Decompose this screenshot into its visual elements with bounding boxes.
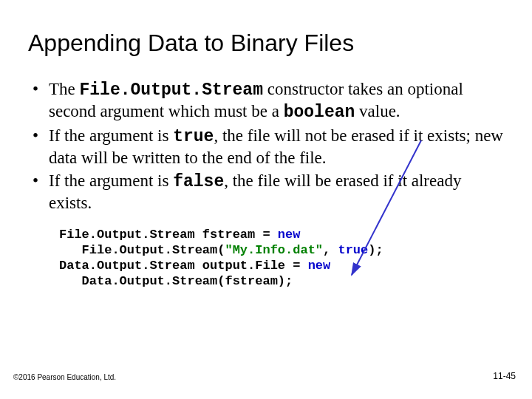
code-text: );	[368, 243, 383, 257]
code-inline: true	[173, 127, 214, 146]
text: The	[49, 80, 80, 98]
copyright: ©2016 Pearson Education, Ltd.	[13, 373, 116, 381]
code-text: File.Output.Stream(	[59, 243, 225, 257]
list-item: The File.Output.Stream constructor takes…	[28, 79, 504, 123]
page-title: Appending Data to Binary Files	[28, 30, 504, 57]
code-string: "My.Info.dat"	[225, 243, 323, 257]
code-block: File.Output.Stream fstream = new File.Ou…	[59, 227, 504, 290]
code-text: ,	[323, 243, 338, 257]
code-text: Data.Output.Stream output.File =	[59, 259, 308, 273]
code-inline: boolean	[284, 103, 355, 122]
code-keyword: true	[338, 243, 368, 257]
code-keyword: new	[308, 259, 331, 273]
text: value.	[355, 102, 400, 120]
list-item: If the argument is false, the file will …	[28, 171, 504, 213]
text: If the argument is	[49, 171, 173, 190]
code-inline: false	[173, 172, 224, 191]
bullet-list: The File.Output.Stream constructor takes…	[28, 79, 504, 214]
slide: Appending Data to Binary Files The File.…	[0, 0, 532, 399]
page-number: 11-45	[493, 371, 516, 381]
code-keyword: new	[278, 228, 301, 242]
list-item: If the argument is true, the file will n…	[28, 126, 504, 168]
code-inline: File.Output.Stream	[80, 81, 263, 100]
text: If the argument is	[49, 126, 173, 145]
code-text: File.Output.Stream fstream =	[59, 228, 278, 242]
code-text: Data.Output.Stream(fstream);	[59, 274, 293, 288]
